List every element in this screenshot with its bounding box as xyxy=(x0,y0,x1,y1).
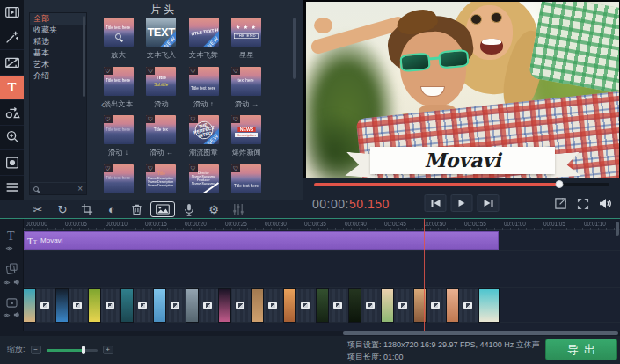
title-template[interactable]: ♡Title text here滑动 ↑ xyxy=(182,67,225,110)
favorite-heart-icon[interactable]: ♡ xyxy=(146,164,155,172)
title-template[interactable]: ♡Title tex滑动 ← xyxy=(140,115,183,158)
timeline-ruler[interactable]: 00:00:0000:00:0500:00:1000:00:1500:00:20… xyxy=(0,219,620,230)
video-clip-thumbnail[interactable] xyxy=(284,289,295,322)
category-item[interactable]: 全部 xyxy=(30,13,86,25)
settings-icon[interactable]: ⚙ xyxy=(203,201,224,217)
share-icon[interactable] xyxy=(554,197,567,210)
overlay-track-visibility-eye-icon[interactable] xyxy=(3,280,11,286)
title-template[interactable]: ♡TitleSubtitle滑动 xyxy=(140,67,183,110)
title-template[interactable]: TEXTNEW文本飞入 xyxy=(140,18,183,61)
seek-handle[interactable] xyxy=(555,180,563,188)
zoom-slider[interactable] xyxy=(47,346,98,354)
video-clip-thumbnail[interactable] xyxy=(89,289,100,322)
transition-icon[interactable] xyxy=(40,302,49,309)
tool-panzoom[interactable] xyxy=(0,126,24,151)
crop-icon[interactable] xyxy=(77,201,98,217)
favorite-heart-icon[interactable]: ♡ xyxy=(104,67,113,75)
video-clip-thumbnail[interactable] xyxy=(479,289,499,322)
zoom-in-button[interactable]: + xyxy=(103,346,113,354)
title-template[interactable]: ♡THE PERFECT INTRONEW潮流图章 xyxy=(182,115,225,158)
timeline-vertical-scrollbar[interactable] xyxy=(616,222,619,236)
grid-scrollbar[interactable] xyxy=(293,18,296,79)
video-clip-thumbnail[interactable] xyxy=(252,289,263,322)
rotate-icon[interactable]: ↻ xyxy=(52,201,73,217)
play-button[interactable] xyxy=(451,194,473,212)
zoom-out-button[interactable]: − xyxy=(31,346,41,354)
title-template[interactable]: ♡Title text here xyxy=(97,164,140,196)
tool-filters[interactable] xyxy=(0,25,24,51)
title-template[interactable]: TITLE TEXT HNEW文本飞舞 xyxy=(182,18,225,61)
title-template[interactable]: Title text here放大 xyxy=(97,18,140,61)
favorite-heart-icon[interactable]: ♡ xyxy=(231,164,240,172)
title-template[interactable]: ♡Title text here xyxy=(225,164,268,196)
category-item[interactable]: 艺术 xyxy=(30,59,86,70)
category-item[interactable]: 基本 xyxy=(30,47,86,59)
transition-icon[interactable] xyxy=(398,302,407,309)
volume-icon[interactable] xyxy=(599,198,613,209)
video-track-visibility-eye-icon[interactable] xyxy=(3,312,11,318)
favorite-heart-icon[interactable]: ♡ xyxy=(231,115,240,123)
record-icon[interactable] xyxy=(179,201,200,217)
favorite-heart-icon[interactable]: ♡ xyxy=(146,115,155,123)
video-clip-thumbnail[interactable] xyxy=(219,289,230,322)
video-clip-thumbnail[interactable] xyxy=(447,289,458,322)
tool-media[interactable] xyxy=(0,0,24,25)
clear-search-icon[interactable]: × xyxy=(77,185,83,193)
video-clip-thumbnail[interactable] xyxy=(56,289,68,322)
overlay-track[interactable] xyxy=(0,251,620,288)
color-icon[interactable]: ◐ xyxy=(101,201,122,217)
horizontal-scrollbar-thumb[interactable] xyxy=(343,331,618,335)
search-bar[interactable]: × xyxy=(30,182,86,194)
export-button[interactable]: 导出 xyxy=(545,339,617,360)
tool-transitions[interactable] xyxy=(0,50,24,76)
category-scrollbar[interactable] xyxy=(83,16,85,97)
video-clip-thumbnail[interactable] xyxy=(121,289,133,322)
previous-frame-button[interactable] xyxy=(425,194,447,212)
transition-icon[interactable] xyxy=(431,302,440,309)
tool-callouts[interactable] xyxy=(0,100,24,126)
video-clip-thumbnail[interactable] xyxy=(24,289,35,322)
title-template[interactable]: ★ ★ ★THE END星星 xyxy=(225,18,268,61)
title-template[interactable]: ♡TitleName DescriptionName DescriptionNa… xyxy=(140,164,183,196)
transition-icon[interactable] xyxy=(106,302,114,309)
title-clip[interactable]: TT Movavi xyxy=(24,231,499,250)
favorite-heart-icon[interactable]: ♡ xyxy=(104,115,113,123)
title-template[interactable]: ♡Title text here淡出文本 xyxy=(97,67,140,110)
favorite-heart-icon[interactable]: ♡ xyxy=(189,67,198,75)
split-icon[interactable]: ✂ xyxy=(27,201,48,217)
seek-bar[interactable] xyxy=(314,183,609,186)
transition-icon[interactable] xyxy=(73,302,82,309)
next-frame-button[interactable] xyxy=(478,194,500,212)
favorite-heart-icon[interactable]: ♡ xyxy=(231,67,240,75)
titles-track-visibility-eye-icon[interactable] xyxy=(5,245,13,251)
favorite-heart-icon[interactable]: ♡ xyxy=(104,164,113,172)
playhead[interactable] xyxy=(424,219,425,331)
category-item[interactable]: 精选 xyxy=(30,36,86,47)
title-template[interactable]: ♡NEWSDescription爆炸新闻 xyxy=(225,115,268,158)
favorite-heart-icon[interactable]: ♡ xyxy=(189,164,198,172)
transition-icon[interactable] xyxy=(203,302,212,309)
overlay-track-mute-speaker-icon[interactable] xyxy=(13,279,20,286)
fullscreen-icon[interactable] xyxy=(577,198,589,210)
video-track-mute-speaker-icon[interactable] xyxy=(13,311,20,318)
video-clip-thumbnail[interactable] xyxy=(186,289,198,322)
favorite-heart-icon[interactable]: ♡ xyxy=(189,115,198,123)
delete-icon[interactable] xyxy=(126,201,147,217)
transition-icon[interactable] xyxy=(366,302,375,309)
title-template[interactable]: ♡Title text here滑动 ↓ xyxy=(97,115,140,158)
title-template[interactable]: ♡text here滑动 → xyxy=(225,67,268,110)
video-clip-thumbnail[interactable] xyxy=(382,289,393,322)
transition-icon[interactable] xyxy=(301,302,310,309)
video-clip-thumbnail[interactable] xyxy=(317,289,328,322)
tool-more[interactable] xyxy=(0,176,24,201)
video-clip-thumbnail[interactable] xyxy=(154,289,165,322)
tool-titles[interactable]: T xyxy=(0,76,24,101)
transition-icon[interactable] xyxy=(171,302,179,309)
transition-icon[interactable] xyxy=(463,302,472,309)
video-clip-thumbnail[interactable] xyxy=(349,289,361,322)
zoom-slider-handle[interactable] xyxy=(82,346,85,354)
tool-cropmotion[interactable] xyxy=(0,150,24,176)
title-template[interactable]: ♡DirectorName SurnameProducerName Surnam… xyxy=(182,164,225,196)
category-item[interactable]: 介绍 xyxy=(30,70,86,82)
playhead-marker[interactable] xyxy=(422,219,426,229)
